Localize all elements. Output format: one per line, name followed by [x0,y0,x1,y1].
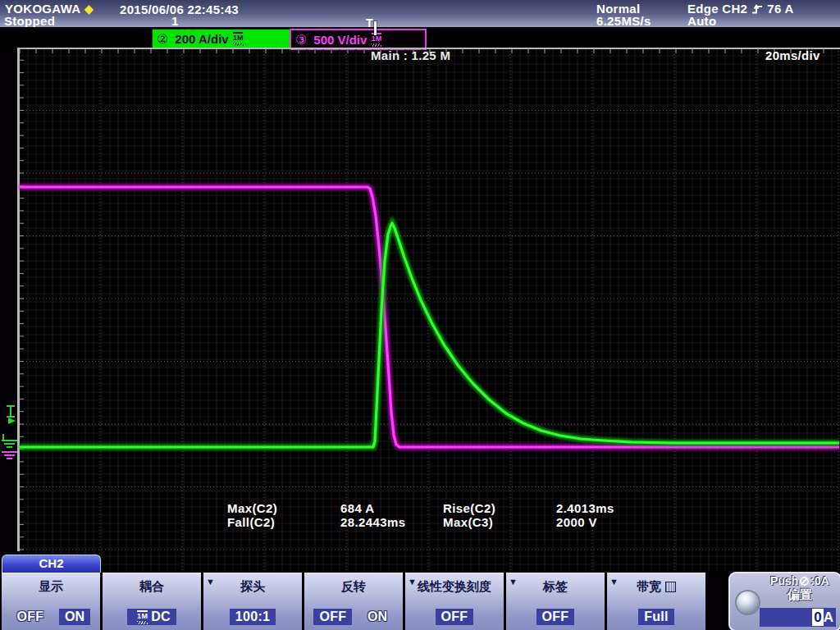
trigger-position-label: T [366,16,373,35]
menu-button-probe-label: 探头 [240,579,265,595]
measurement-4-value: 2000 V [556,515,597,529]
brand-diamond-icon: ◆ [84,2,94,16]
menu-button-display[interactable]: 显示OFFON [2,573,100,630]
trigger-level: 76 A [767,2,793,16]
waveform-display [0,48,840,572]
menu-button-coupling-values: 1MDC [103,609,201,625]
menu-button-display-label: 显示 [39,579,63,595]
dropdown-arrow-icon: ▼ [408,577,417,587]
menu-button-display-option-on[interactable]: ON [59,609,91,625]
oscilloscope-screen: YOKOGAWA◆ 2015/06/06 22:45:43 Stopped 1 … [0,0,840,630]
menu-button-bandwidth-values: Full [607,609,705,625]
tab-ch2[interactable]: CH2 [2,555,101,573]
menu-button-label-header: ▼标签 [506,573,605,596]
menu-button-invert-header: 反转 [304,573,403,596]
menu-button-bandwidth-header: ▼带宽 [607,573,705,596]
menu-button-probe[interactable]: ▼探头100:1 [203,573,302,630]
offset-label: 偏置 [761,587,838,603]
menu-button-coupling-option-dc[interactable]: 1MDC [127,609,176,625]
menu-button-invert-option-on[interactable]: ON [362,609,394,625]
datetime: 2015/06/06 22:45:43 [120,2,239,16]
dropdown-arrow-icon: ▼ [609,577,619,587]
menu-button-coupling[interactable]: 耦合1MDC [103,573,201,630]
measurement-2-label: Fall(C2) [227,515,275,529]
push-value: :0A [810,574,829,587]
menu-button-probe-header: ▼探头 [203,573,302,596]
offset-knob-panel: Push :0A 偏置 0 A [728,572,840,630]
menu-button-label-label: 标签 [543,579,568,595]
dropdown-arrow-icon: ▼ [206,577,215,587]
trigger-level-marker[interactable] [7,406,16,424]
trigger-position-marker[interactable]: T [366,16,377,35]
sample-rate: 6.25MS/s [596,14,651,28]
menu-button-linear-scale-header: ▼线性变换刻度 [405,573,504,596]
menu-button-coupling-label: 耦合 [139,579,164,595]
impedance-1m-icon: 1M [137,610,148,624]
rotary-knob[interactable] [737,591,759,614]
menu-button-bandwidth-option-full[interactable]: Full [638,609,674,625]
top-status-bar: YOKOGAWA◆ 2015/06/06 22:45:43 Stopped 1 … [0,0,840,27]
measurement-1-label: Max(C2) [227,501,277,515]
offset-value-box[interactable]: 0 A [760,608,836,627]
dropdown-arrow-icon: ▼ [509,577,518,587]
measurement-1-value: 684 A [340,501,374,515]
channel-2-ground-marker[interactable] [2,434,17,447]
trigger-mode: Auto [687,14,716,28]
channel-2-scale: 200 A/div [175,32,228,46]
menu-button-label-option-off[interactable]: OFF [536,609,575,625]
push-knob-hint: Push :0A [761,574,838,587]
menu-button-probe-values: 100:1 [203,609,302,625]
channel-badge-row: ② 200 A/div 1M ③ 500 V/div 1M [0,27,840,48]
measurement-4-label: Max(C3) [443,515,493,529]
measurement-3-label: Rise(C2) [443,501,495,515]
measurement-3-value: 2.4013ms [556,501,614,515]
measurement-2-value: 28.2443ms [340,515,406,529]
menu-button-linear-scale-option-off[interactable]: OFF [436,609,474,625]
channel-2-number-icon: ② [157,31,168,47]
menu-button-invert-label: 反转 [341,579,366,595]
channel-2-badge[interactable]: ② 200 A/div 1M [152,29,290,48]
menu-button-invert-option-off[interactable]: OFF [313,609,352,625]
menu-button-linear-scale-values: OFF [405,609,504,625]
graticule-grid [20,48,839,572]
timebase-label: 20ms/div [765,48,820,62]
knob-icon [799,576,810,587]
menu-button-display-header: 显示 [2,573,100,596]
menu-button-probe-option-100-1[interactable]: 100:1 [230,609,276,625]
menu-button-bandwidth[interactable]: ▼带宽Full [607,573,705,630]
push-label: Push [770,574,798,587]
soft-menu: CH2 显示OFFON耦合1MDC▼探头100:1反转OFFON▼线性变换刻度O… [0,551,840,630]
menu-button-label[interactable]: ▼标签OFF [506,573,605,630]
menu-button-linear-scale-label: 线性变换刻度 [418,579,491,595]
trigger-position-bar-icon [374,21,377,35]
channel-3-number-icon: ③ [295,32,307,48]
menu-button-label-values: OFF [506,609,605,625]
menu-button-bandwidth-label: 带宽 [637,579,661,595]
menu-button-display-values: OFFON [2,609,100,625]
menu-button-display-option-off[interactable]: OFF [11,609,49,625]
channel-3-scale: 500 V/div [313,33,367,47]
offset-unit: A [824,609,833,626]
menu-button-coupling-header: 耦合 [103,573,201,596]
rising-edge-icon [751,3,763,15]
menu-button-invert-values: OFFON [304,609,403,625]
record-length-label: Main : 1.25 M [371,48,450,62]
offset-digit: 0 [812,609,823,626]
menu-button-invert[interactable]: 反转OFFON [304,573,403,630]
menu-button-linear-scale[interactable]: ▼线性变换刻度OFF [405,573,504,630]
channel-3-ground-marker[interactable] [2,452,17,459]
acquisition-count: 1 [171,14,179,28]
acquisition-status: Stopped [4,14,55,28]
impedance-1m-icon: 1M [233,32,244,46]
bandwidth-matrix-icon [665,582,676,592]
